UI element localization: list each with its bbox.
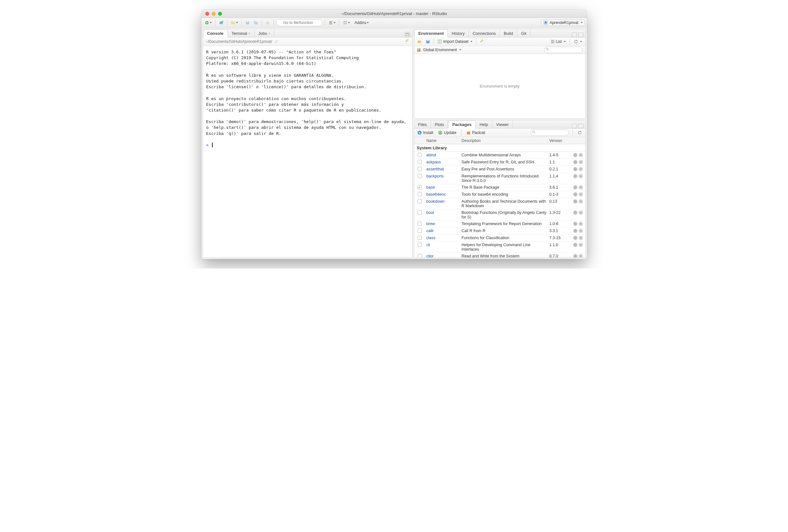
- send-icon[interactable]: [274, 40, 278, 43]
- pkg-remove-icon[interactable]: [578, 174, 583, 178]
- pkg-checkbox[interactable]: [418, 199, 422, 203]
- pkg-checkbox[interactable]: [418, 254, 422, 257]
- clear-console-button[interactable]: [405, 39, 410, 44]
- tab-plots[interactable]: Plots: [431, 120, 448, 128]
- pkg-web-icon[interactable]: [573, 221, 577, 226]
- col-desc[interactable]: Description: [460, 138, 549, 143]
- pkg-web-icon[interactable]: [573, 185, 577, 190]
- pane-maximize-button[interactable]: [578, 124, 583, 128]
- tab-jobs[interactable]: Jobs×: [255, 29, 274, 37]
- pkg-remove-icon[interactable]: [578, 221, 583, 226]
- tab-help[interactable]: Help: [476, 120, 492, 128]
- pkg-checkbox[interactable]: [418, 210, 422, 215]
- pkg-web-icon[interactable]: [573, 254, 577, 257]
- pkg-remove-icon[interactable]: [578, 210, 583, 215]
- pkg-web-icon[interactable]: [573, 153, 577, 157]
- scope-label[interactable]: Global Environment: [423, 47, 457, 52]
- pkg-name-link[interactable]: brew: [426, 221, 435, 226]
- pkg-name-link[interactable]: callr: [426, 229, 434, 233]
- close-icon[interactable]: ×: [268, 32, 270, 35]
- new-project-button[interactable]: [218, 19, 225, 26]
- update-button[interactable]: Update: [437, 130, 458, 136]
- tab-history[interactable]: History: [448, 29, 469, 37]
- pkg-web-icon[interactable]: [573, 192, 577, 197]
- pkg-name-link[interactable]: boot: [426, 210, 434, 215]
- pkg-search-input[interactable]: [531, 130, 569, 136]
- pkg-web-icon[interactable]: [573, 160, 577, 164]
- pkg-checkbox[interactable]: [418, 236, 422, 240]
- grid-button[interactable]: [341, 19, 351, 26]
- pkg-remove-icon[interactable]: [578, 160, 583, 164]
- save-workspace-button[interactable]: [425, 39, 431, 44]
- pkg-remove-icon[interactable]: [578, 185, 583, 190]
- open-file-button[interactable]: [230, 19, 239, 26]
- pkg-checkbox[interactable]: [418, 229, 422, 233]
- pkg-list[interactable]: System Library abindCombine Multidimensi…: [414, 144, 585, 257]
- pkg-name-link[interactable]: backports: [426, 174, 444, 178]
- print-button[interactable]: [264, 19, 271, 26]
- pkg-web-icon[interactable]: [573, 210, 577, 215]
- pkg-remove-icon[interactable]: [578, 153, 583, 157]
- tab-build[interactable]: Build: [500, 29, 517, 37]
- pkg-checkbox[interactable]: [418, 185, 422, 189]
- pane-maximize-button[interactable]: [578, 33, 583, 37]
- list-grid-toggle[interactable]: List: [549, 39, 567, 44]
- pkg-name-link[interactable]: base64enc: [426, 192, 446, 197]
- col-version[interactable]: Version: [549, 138, 571, 143]
- pkg-checkbox[interactable]: [418, 221, 422, 226]
- refresh-packages-button[interactable]: [576, 130, 583, 136]
- clear-objects-button[interactable]: [478, 39, 486, 44]
- pkg-name-link[interactable]: assertthat: [426, 167, 444, 171]
- install-button[interactable]: Install: [416, 130, 434, 136]
- pkg-checkbox[interactable]: [418, 174, 422, 178]
- pkg-checkbox[interactable]: [418, 153, 422, 157]
- tab-connections[interactable]: Connections: [469, 29, 500, 37]
- tab-console[interactable]: Console: [203, 29, 228, 37]
- env-search-input[interactable]: [544, 47, 583, 53]
- save-button[interactable]: [244, 19, 251, 26]
- new-file-button[interactable]: [203, 19, 213, 26]
- pkg-web-icon[interactable]: [573, 167, 577, 171]
- pkg-remove-icon[interactable]: [578, 236, 583, 240]
- pkg-name-link[interactable]: base: [426, 185, 435, 190]
- tab-viewer[interactable]: Viewer: [492, 120, 513, 128]
- pane-minimize-button[interactable]: [572, 124, 577, 128]
- pkg-remove-icon[interactable]: [578, 192, 583, 197]
- pkg-checkbox[interactable]: [418, 243, 422, 247]
- save-all-button[interactable]: [252, 19, 259, 26]
- tab-packages[interactable]: Packages: [448, 120, 476, 129]
- build-tools-button[interactable]: [327, 19, 337, 26]
- refresh-button[interactable]: [572, 39, 583, 44]
- close-icon[interactable]: ×: [249, 32, 251, 35]
- pkg-checkbox[interactable]: [418, 192, 422, 196]
- pkg-web-icon[interactable]: [573, 199, 577, 204]
- pane-maximize-button[interactable]: [405, 32, 410, 37]
- import-dataset-button[interactable]: Import Dataset: [436, 39, 474, 44]
- load-workspace-button[interactable]: [416, 39, 423, 44]
- pane-minimize-button[interactable]: [572, 33, 577, 37]
- tab-terminal[interactable]: Terminal×: [228, 29, 255, 37]
- pkg-name-link[interactable]: askpass: [426, 160, 441, 164]
- tab-environment[interactable]: Environment: [414, 29, 448, 37]
- col-name[interactable]: Name: [425, 138, 460, 143]
- tab-git[interactable]: Git: [517, 29, 531, 37]
- console-output[interactable]: R version 3.6.1 (2019-07-05) -- "Action …: [203, 46, 413, 257]
- pkg-remove-icon[interactable]: [578, 229, 583, 233]
- pkg-name-link[interactable]: abind: [426, 153, 436, 157]
- pkg-web-icon[interactable]: [573, 243, 577, 247]
- pkg-name-link[interactable]: cli: [426, 243, 430, 247]
- project-selector[interactable]: R AprendeR1privat: [541, 20, 585, 26]
- packrat-button[interactable]: Packrat: [465, 130, 487, 136]
- tab-files[interactable]: Files: [414, 120, 431, 128]
- close-window-button[interactable]: [205, 12, 209, 16]
- goto-file-input[interactable]: [276, 19, 322, 26]
- pkg-name-link[interactable]: clipr: [426, 254, 434, 257]
- pkg-remove-icon[interactable]: [578, 243, 583, 247]
- pkg-name-link[interactable]: class: [426, 236, 435, 240]
- pkg-checkbox[interactable]: [418, 160, 422, 164]
- zoom-window-button[interactable]: [218, 12, 222, 16]
- pkg-name-link[interactable]: bookdown: [426, 199, 445, 204]
- pkg-web-icon[interactable]: [573, 236, 577, 240]
- pkg-remove-icon[interactable]: [578, 254, 583, 257]
- pkg-web-icon[interactable]: [573, 229, 577, 233]
